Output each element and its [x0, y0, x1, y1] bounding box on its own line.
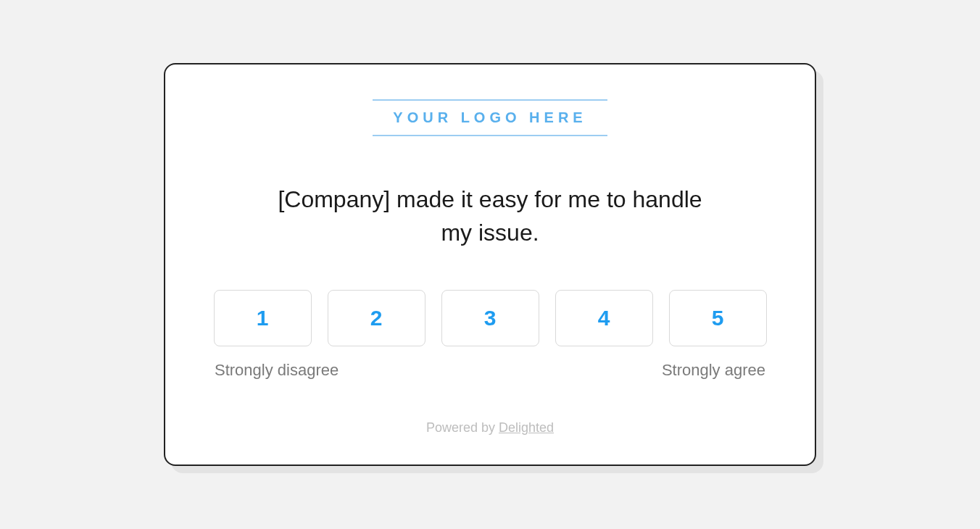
rating-row: 1 2 3 4 5 — [209, 290, 771, 346]
rating-option-5[interactable]: 5 — [669, 290, 767, 346]
rating-high-label: Strongly agree — [662, 361, 765, 380]
survey-card: YOUR LOGO HERE [Company] made it easy fo… — [164, 63, 816, 467]
rating-low-label: Strongly disagree — [215, 361, 339, 380]
survey-question: [Company] made it easy for me to handle … — [265, 183, 715, 250]
powered-by-brand-link[interactable]: Delighted — [499, 420, 554, 435]
rating-option-2[interactable]: 2 — [328, 290, 425, 346]
powered-by-prefix: Powered by — [426, 420, 499, 435]
rating-option-1[interactable]: 1 — [214, 290, 312, 346]
rating-option-4[interactable]: 4 — [555, 290, 653, 346]
powered-by-footer: Powered by Delighted — [426, 420, 554, 436]
rating-labels: Strongly disagree Strongly agree — [215, 361, 765, 380]
rating-option-3[interactable]: 3 — [441, 290, 539, 346]
logo-placeholder: YOUR LOGO HERE — [373, 99, 607, 136]
